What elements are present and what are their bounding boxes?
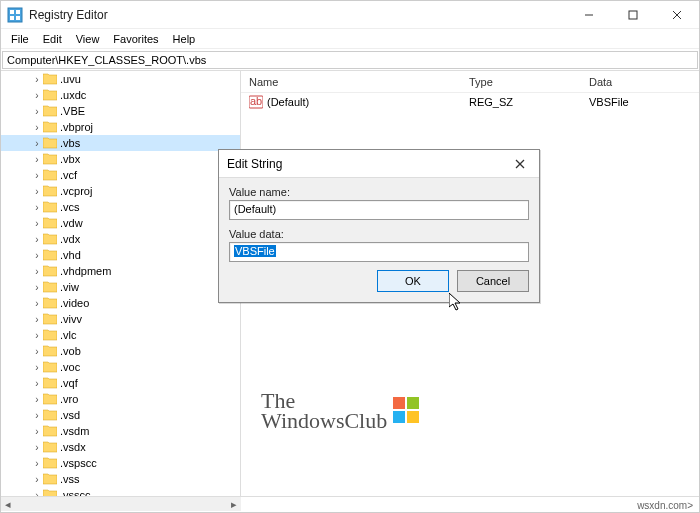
expand-icon[interactable]: › [31, 154, 43, 165]
tree-item[interactable]: ›.video [1, 295, 240, 311]
tree-item[interactable]: ›.vss [1, 471, 240, 487]
value-data-input[interactable]: VBSFile [229, 242, 529, 262]
svg-rect-3 [10, 16, 14, 20]
tree-item-label: .vlc [57, 329, 77, 341]
expand-icon[interactable]: › [31, 122, 43, 133]
col-data[interactable]: Data [589, 76, 699, 88]
expand-icon[interactable]: › [31, 234, 43, 245]
tree-item[interactable]: ›.vcs [1, 199, 240, 215]
tree-hscroll[interactable]: ◂ ▸ [1, 497, 241, 511]
tree-item[interactable]: ›.vob [1, 343, 240, 359]
tree-item[interactable]: ›.viw [1, 279, 240, 295]
tree-scroll[interactable]: ›.uvu›.uxdc›.VBE›.vbproj›.vbs›.vbx›.vcf›… [1, 71, 240, 496]
expand-icon[interactable]: › [31, 138, 43, 149]
menu-favorites[interactable]: Favorites [107, 31, 164, 47]
expand-icon[interactable]: › [31, 442, 43, 453]
watermark-line2: WindowsClub [261, 408, 387, 433]
folder-icon [43, 393, 57, 405]
status-row: ◂ ▸ [1, 496, 699, 512]
tree-item[interactable]: ›.vhd [1, 247, 240, 263]
expand-icon[interactable]: › [31, 458, 43, 469]
tree-item-label: .vsdx [57, 441, 86, 453]
expand-icon[interactable]: › [31, 426, 43, 437]
tree-item-label: .vcf [57, 169, 77, 181]
ok-button[interactable]: OK [377, 270, 449, 292]
menu-help[interactable]: Help [167, 31, 202, 47]
expand-icon[interactable]: › [31, 74, 43, 85]
tree-item[interactable]: ›.VBE [1, 103, 240, 119]
tree-item[interactable]: ›.vdw [1, 215, 240, 231]
tree-item[interactable]: ›.vdx [1, 231, 240, 247]
expand-icon[interactable]: › [31, 106, 43, 117]
tree-item-label: .vhd [57, 249, 81, 261]
expand-icon[interactable]: › [31, 218, 43, 229]
dialog-close-button[interactable] [509, 153, 531, 175]
row-type: REG_SZ [469, 96, 589, 108]
tree-panel: ›.uvu›.uxdc›.VBE›.vbproj›.vbs›.vbx›.vcf›… [1, 71, 241, 496]
tree-item[interactable]: ›.voc [1, 359, 240, 375]
expand-icon[interactable]: › [31, 90, 43, 101]
tree-item[interactable]: ›.vqf [1, 375, 240, 391]
folder-icon [43, 361, 57, 373]
tree-item-label: .vcs [57, 201, 80, 213]
expand-icon[interactable]: › [31, 490, 43, 497]
tree-item[interactable]: ›.vro [1, 391, 240, 407]
value-name-input[interactable]: (Default) [229, 200, 529, 220]
expand-icon[interactable]: › [31, 282, 43, 293]
folder-icon [43, 265, 57, 277]
scroll-left-icon[interactable]: ◂ [1, 497, 15, 511]
address-input[interactable]: Computer\HKEY_CLASSES_ROOT\.vbs [2, 51, 698, 69]
col-name[interactable]: Name [249, 76, 469, 88]
expand-icon[interactable]: › [31, 474, 43, 485]
maximize-button[interactable] [611, 1, 655, 29]
list-row[interactable]: ab (Default) REG_SZ VBSFile [241, 93, 699, 111]
list-header: Name Type Data [241, 71, 699, 93]
folder-icon [43, 313, 57, 325]
expand-icon[interactable]: › [31, 266, 43, 277]
cancel-button[interactable]: Cancel [457, 270, 529, 292]
tree-item[interactable]: ›.vhdpmem [1, 263, 240, 279]
tree-item[interactable]: ›.vbproj [1, 119, 240, 135]
expand-icon[interactable]: › [31, 362, 43, 373]
expand-icon[interactable]: › [31, 298, 43, 309]
tree-item[interactable]: ›.vcf [1, 167, 240, 183]
tree-item[interactable]: ›.vsdm [1, 423, 240, 439]
col-type[interactable]: Type [469, 76, 589, 88]
tree-item[interactable]: ›.vivv [1, 311, 240, 327]
expand-icon[interactable]: › [31, 202, 43, 213]
svg-text:ab: ab [250, 95, 262, 107]
tree-item-label: .vcproj [57, 185, 92, 197]
expand-icon[interactable]: › [31, 314, 43, 325]
close-button[interactable] [655, 1, 699, 29]
tree-item[interactable]: ›.vbs [1, 135, 240, 151]
tree-item-label: .vspscc [57, 457, 97, 469]
menu-view[interactable]: View [70, 31, 106, 47]
tree-item-label: .vsdm [57, 425, 89, 437]
expand-icon[interactable]: › [31, 186, 43, 197]
expand-icon[interactable]: › [31, 410, 43, 421]
tree-item[interactable]: ›.vlc [1, 327, 240, 343]
minimize-button[interactable] [567, 1, 611, 29]
expand-icon[interactable]: › [31, 394, 43, 405]
scroll-track[interactable] [15, 497, 227, 511]
expand-icon[interactable]: › [31, 170, 43, 181]
tree-item[interactable]: ›.vsd [1, 407, 240, 423]
tree-item[interactable]: ›.vsdx [1, 439, 240, 455]
expand-icon[interactable]: › [31, 346, 43, 357]
svg-rect-1 [10, 10, 14, 14]
menu-edit[interactable]: Edit [37, 31, 68, 47]
tree-item[interactable]: ›.vspscc [1, 455, 240, 471]
folder-icon [43, 233, 57, 245]
windows-logo-icon [393, 397, 421, 425]
tree-item[interactable]: ›.vsscc [1, 487, 240, 496]
expand-icon[interactable]: › [31, 250, 43, 261]
expand-icon[interactable]: › [31, 330, 43, 341]
menu-file[interactable]: File [5, 31, 35, 47]
scroll-right-icon[interactable]: ▸ [227, 497, 241, 511]
folder-icon [43, 345, 57, 357]
tree-item[interactable]: ›.uxdc [1, 87, 240, 103]
expand-icon[interactable]: › [31, 378, 43, 389]
tree-item[interactable]: ›.vbx [1, 151, 240, 167]
tree-item[interactable]: ›.vcproj [1, 183, 240, 199]
tree-item[interactable]: ›.uvu [1, 71, 240, 87]
